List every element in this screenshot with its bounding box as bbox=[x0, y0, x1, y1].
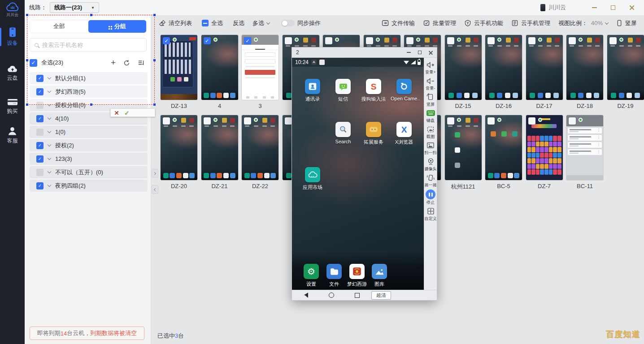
sidebar-item-客服[interactable]: 客服 bbox=[0, 126, 25, 145]
confirm-capture-icon[interactable]: ✓ bbox=[124, 110, 130, 116]
device-checkbox[interactable] bbox=[366, 37, 373, 44]
tab-all[interactable]: 全部 bbox=[30, 20, 88, 33]
device-thumbnail[interactable]: ✓ bbox=[161, 35, 197, 100]
home-button[interactable] bbox=[329, 292, 334, 298]
device-checkbox[interactable] bbox=[528, 37, 535, 44]
device-thumbnail[interactable] bbox=[566, 115, 603, 180]
chevron-down-icon[interactable] bbox=[48, 156, 51, 159]
cancel-capture-icon[interactable]: ✕ bbox=[114, 110, 119, 116]
recents-button[interactable] bbox=[355, 293, 360, 298]
invert-selection-button[interactable]: 反选 bbox=[233, 19, 244, 27]
tool-scan[interactable]: 扫一扫 bbox=[424, 141, 437, 155]
tool-webcam[interactable]: 摄像头 bbox=[424, 157, 437, 172]
device-card-DZ-21[interactable]: DZ-21 bbox=[201, 115, 238, 189]
dock-app-梦幻西游[interactable]: 梦幻西游 bbox=[346, 264, 368, 288]
device-card-DZ-20[interactable]: DZ-20 bbox=[161, 115, 197, 189]
device-thumbnail[interactable] bbox=[566, 35, 603, 100]
group-checkbox[interactable]: ✓ bbox=[36, 75, 44, 82]
search-box[interactable] bbox=[30, 38, 147, 52]
device-checkbox[interactable] bbox=[569, 37, 576, 44]
group-checkbox[interactable] bbox=[36, 129, 44, 136]
device-checkbox[interactable] bbox=[569, 117, 576, 125]
device-thumbnail[interactable]: ✓ bbox=[242, 35, 278, 100]
phone-window-titlebar[interactable]: 2 bbox=[292, 47, 437, 58]
toggle-off-icon[interactable] bbox=[281, 20, 295, 26]
chevron-down-icon[interactable] bbox=[48, 102, 51, 106]
close-icon[interactable] bbox=[429, 51, 433, 55]
device-thumbnail[interactable] bbox=[485, 35, 522, 100]
device-card-DZ-19[interactable]: DZ-19 bbox=[607, 35, 644, 109]
device-card-DZ-15[interactable]: DZ-15 bbox=[445, 35, 482, 109]
dock-app-设置[interactable]: ⚙设置 bbox=[300, 264, 322, 288]
dock-app-文件[interactable]: 文件 bbox=[323, 264, 345, 288]
back-button[interactable] bbox=[304, 292, 308, 298]
device-checkbox[interactable] bbox=[487, 37, 495, 44]
group-checkbox[interactable]: ✓ bbox=[36, 182, 44, 189]
tool-screenshot[interactable]: 截图 bbox=[426, 125, 435, 139]
group-checkbox[interactable]: ✓ bbox=[36, 88, 44, 95]
tab-group[interactable]: 分组 bbox=[88, 20, 147, 33]
panel-collapse-button[interactable] bbox=[152, 185, 158, 194]
device-checkbox[interactable] bbox=[406, 37, 413, 44]
chevron-down-icon[interactable] bbox=[48, 75, 51, 79]
device-checkbox[interactable] bbox=[609, 37, 617, 44]
sort-button[interactable] bbox=[138, 60, 144, 66]
device-checkbox[interactable] bbox=[244, 117, 251, 125]
close-button[interactable] bbox=[622, 1, 641, 14]
app-通讯录[interactable]: 通讯录 bbox=[299, 79, 326, 103]
group-checkbox[interactable] bbox=[36, 169, 44, 176]
group-checkbox[interactable]: ✓ bbox=[36, 155, 44, 163]
device-checkbox[interactable] bbox=[447, 117, 454, 125]
device-card-BC-11[interactable]: BC-11 bbox=[566, 115, 603, 189]
portrait-button[interactable]: 竖屏 bbox=[616, 19, 637, 27]
select-all-devices-button[interactable]: 全选 bbox=[202, 19, 223, 27]
phone-functions-button[interactable]: 云手机功能 bbox=[464, 19, 503, 27]
minimize-icon[interactable] bbox=[407, 52, 411, 53]
device-card-DZ-17[interactable]: DZ-17 bbox=[526, 35, 563, 109]
chevron-down-icon[interactable] bbox=[48, 169, 51, 173]
device-checkbox[interactable]: ✓ bbox=[204, 37, 211, 44]
chevron-down-icon[interactable] bbox=[48, 129, 51, 133]
device-card-DZ-18[interactable]: DZ-18 bbox=[566, 35, 603, 109]
device-card-DZ-16[interactable]: DZ-16 bbox=[485, 35, 522, 109]
group-row-不可以（五开）(0)[interactable]: 不可以（五开）(0) bbox=[30, 166, 148, 178]
device-checkbox[interactable] bbox=[285, 117, 292, 125]
app-搜狗输入法[interactable]: S搜狗输入法 bbox=[360, 79, 387, 103]
device-thumbnail[interactable] bbox=[161, 115, 197, 180]
device-checkbox[interactable] bbox=[447, 37, 454, 44]
group-checkbox[interactable] bbox=[36, 102, 44, 109]
device-thumbnail[interactable] bbox=[445, 115, 482, 180]
chevron-down-icon[interactable] bbox=[48, 116, 51, 119]
chevron-down-icon[interactable] bbox=[48, 183, 51, 186]
sidebar-item-购买[interactable]: 购买 bbox=[0, 98, 25, 115]
chevron-down-icon[interactable] bbox=[48, 89, 51, 92]
group-row-123(3)[interactable]: ✓123(3) bbox=[30, 153, 148, 165]
device-thumbnail[interactable] bbox=[607, 35, 644, 100]
tool-rotate[interactable]: 竖屏 bbox=[426, 93, 435, 107]
app-应用市场[interactable]: 应用市场 bbox=[299, 167, 326, 191]
phone-screen[interactable]: 10:24 A 通讯录短信S搜狗输入法Open Came..Search拓展服务… bbox=[292, 58, 424, 290]
tool-shake[interactable]: 摇一摇 bbox=[424, 173, 437, 188]
route-dropdown[interactable]: 线路一(23) ▼ bbox=[50, 2, 99, 13]
device-card-DZ-13[interactable]: ✓DZ-13 bbox=[161, 35, 197, 109]
group-row-授权(2)[interactable]: ✓授权(2) bbox=[30, 139, 148, 151]
device-checkbox[interactable] bbox=[204, 117, 211, 125]
group-row-夜鸦四组(2)[interactable]: ✓夜鸦四组(2) bbox=[30, 180, 148, 192]
clear-list-button[interactable]: 清空列表 bbox=[159, 19, 192, 27]
chevron-down-icon[interactable] bbox=[48, 142, 51, 146]
sidebar-item-云盘[interactable]: 云盘 bbox=[0, 64, 25, 82]
select-all-checkbox[interactable]: ✓ bbox=[30, 59, 37, 67]
device-card-BC-5[interactable]: BC-5 bbox=[485, 115, 522, 189]
app-Open Came..[interactable]: Open Came.. bbox=[391, 79, 418, 101]
multi-select-button[interactable]: 多选 bbox=[252, 19, 270, 27]
device-thumbnail[interactable] bbox=[485, 115, 522, 180]
refresh-button[interactable] bbox=[123, 60, 130, 66]
view-scale-select[interactable]: 视图比例： 40% bbox=[558, 19, 608, 27]
file-transfer-button[interactable]: 文件传输 bbox=[382, 19, 415, 27]
group-row-梦幻西游(5)[interactable]: ✓梦幻西游(5) bbox=[30, 86, 148, 98]
device-checkbox[interactable]: ✓ bbox=[244, 37, 251, 44]
device-checkbox[interactable] bbox=[285, 37, 292, 44]
app-短信[interactable]: 短信 bbox=[330, 79, 357, 103]
tool-custom[interactable]: 自定义 bbox=[424, 207, 437, 221]
minimize-button[interactable] bbox=[585, 1, 604, 14]
